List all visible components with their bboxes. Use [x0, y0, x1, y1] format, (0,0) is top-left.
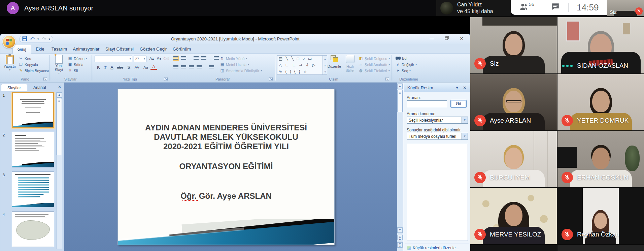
slide-canvas[interactable]: AYDIN ADNAN MENDERES ÜNİVERSİTESİ DAVUTL…: [117, 89, 335, 245]
task-pane-close-icon[interactable]: ✕: [463, 85, 467, 90]
tab-giris[interactable]: Giriş: [12, 45, 31, 54]
video-tile-burcu[interactable]: BURCU IYEM: [470, 131, 557, 187]
italic-button[interactable]: T: [102, 64, 108, 71]
shrink-font-icon[interactable]: A▾: [156, 56, 162, 62]
office-button[interactable]: [2, 35, 16, 49]
format-painter-button[interactable]: ✎ Biçim Boyacısı: [19, 68, 49, 73]
video-tile-merve[interactable]: MERVE YESILOZ: [470, 188, 557, 244]
delete-slide-button[interactable]: ✕ Sil: [68, 68, 78, 73]
copy-button[interactable]: ❐ Kopyala: [19, 62, 38, 67]
text-direction-button[interactable]: ⇅ Metin Yönü▾: [220, 56, 247, 61]
tab-gozden-gecir[interactable]: Gözden Geçir: [138, 45, 169, 54]
shapes-gallery[interactable]: ▤ ╲ ╲ □ ○ ▭ △ ∟ ∟ ⇨ ⇩ ▷ ∿ ( ) { } ☆: [277, 55, 323, 75]
title-bar[interactable]: ▾ ▾ Oryantasyon 2020-2021 [Uyumluluk Mod…: [0, 34, 470, 44]
participants-button[interactable]: 56: [519, 2, 535, 13]
participants-notification[interactable]: Can Yıldız ve 45 kişi daha: [436, 0, 511, 16]
numbering-icon[interactable]: [181, 56, 186, 60]
replace-button[interactable]: ⇄ Değiştir▾: [396, 62, 417, 67]
font-name-combo[interactable]: ▾: [95, 56, 132, 62]
task-pane-menu-icon[interactable]: ▼: [455, 86, 459, 90]
tab-anahat-panel[interactable]: Anahat: [28, 84, 52, 91]
shape-fill-button[interactable]: ◧ Şekil Dolgusu▾: [359, 56, 390, 61]
paste-button[interactable]: Yapıştır ▾: [2, 55, 17, 71]
grow-font-icon[interactable]: A▴: [148, 56, 155, 62]
video-tile-siz[interactable]: Siz: [470, 17, 557, 73]
clear-formatting-icon[interactable]: ⌫: [163, 56, 170, 62]
video-tile-yeter[interactable]: YETER DOMRUK: [557, 74, 644, 130]
tab-animasyonlar[interactable]: Animasyonlar: [71, 45, 101, 54]
results-type-select[interactable]: Tüm medya dosyası türleri ▾: [407, 133, 468, 140]
slide-thumbnail-3[interactable]: [12, 171, 54, 207]
tab-slaytlar-panel[interactable]: Slaytlar: [1, 84, 27, 91]
bold-button[interactable]: K: [95, 64, 102, 71]
video-tile-reyhan[interactable]: Reyhan Özkan: [557, 188, 644, 244]
text-shadow-button[interactable]: S: [126, 64, 132, 71]
strikethrough-button[interactable]: abe: [115, 64, 125, 71]
video-tile-sidan[interactable]: SIDAN OZASLAN: [557, 17, 644, 73]
cizim-dialog-launcher-icon[interactable]: ↘: [385, 77, 389, 81]
reset-button[interactable]: ▣ Sıfırla: [68, 62, 83, 67]
smartart-button[interactable]: ◫ SmartArt'a Dönüştür▾: [220, 68, 262, 73]
scroll-down-icon[interactable]: ▼: [397, 227, 403, 233]
shape-effects-button[interactable]: ◍ Şekil Efektleri▾: [359, 68, 390, 73]
mic-muted-icon: [474, 115, 486, 126]
chat-button[interactable]: [551, 2, 560, 12]
chevron-down-icon[interactable]: ▾: [462, 133, 468, 139]
panel-close-icon[interactable]: ✕: [58, 85, 61, 89]
video-tile-erhan[interactable]: ERHAN COSKUN: [557, 131, 644, 187]
scroll-up-icon[interactable]: ▲: [397, 84, 403, 89]
tab-slayt-gosterisi[interactable]: Slayt Gösterisi: [103, 45, 136, 54]
go-button[interactable]: Git: [450, 100, 467, 108]
new-slide-button[interactable]: Yeni Slayt ▾: [52, 55, 66, 75]
bullets-icon[interactable]: [173, 56, 178, 60]
slide-thumbnail-2[interactable]: [12, 132, 54, 167]
next-row-tile[interactable]: [470, 245, 557, 251]
align-text-button[interactable]: ▤ Metni Hızala▾: [220, 62, 249, 67]
self-view-tile[interactable]: Siz: [607, 0, 644, 16]
document-scrollbar[interactable]: ▲ ▼ ▲▲ ▼▼: [397, 83, 403, 251]
shape-outline-button[interactable]: ▱ Şekil Anahattı▾: [359, 62, 390, 67]
scroll-thumb[interactable]: [397, 90, 403, 112]
organize-clips-link[interactable]: Küçük resimleri düzenle...: [407, 246, 459, 250]
quick-styles-button[interactable]: Hızlı Stiller: [343, 55, 357, 72]
change-case-button[interactable]: Aa: [142, 64, 150, 71]
select-button[interactable]: ➤ Seç▾: [396, 68, 411, 73]
cut-button[interactable]: ✂ Kes: [19, 56, 31, 61]
yazi-tipi-dialog-launcher-icon[interactable]: ↘: [164, 77, 168, 81]
tab-gorunum[interactable]: Görünüm: [170, 45, 194, 54]
minimize-icon[interactable]: —: [428, 36, 436, 42]
slide-thumbnail-1[interactable]: [12, 92, 54, 128]
paragraf-dialog-launcher-icon[interactable]: ↘: [269, 77, 273, 81]
align-right-icon[interactable]: [189, 65, 194, 69]
video-tile-ayse[interactable]: Ayse ARSLAN: [470, 74, 557, 130]
character-spacing-button[interactable]: AV: [133, 64, 141, 71]
chevron-down-icon[interactable]: ▾: [462, 117, 468, 123]
underline-button[interactable]: A: [109, 64, 115, 71]
pano-dialog-launcher-icon[interactable]: ↘: [43, 77, 47, 81]
next-row-tile[interactable]: [557, 245, 644, 251]
layout-button[interactable]: ▤ Düzen▾: [68, 56, 87, 61]
tab-tasarim[interactable]: Tasarım: [49, 45, 70, 54]
next-slide-icon[interactable]: ▼▼: [397, 242, 403, 248]
justify-icon[interactable]: [197, 65, 202, 69]
arrange-button[interactable]: Düzenle: [326, 55, 342, 68]
scroll-thumb[interactable]: [57, 98, 62, 155]
increase-indent-icon[interactable]: [201, 56, 206, 60]
panel-scrollbar[interactable]: ▲: [56, 92, 62, 249]
scope-select[interactable]: Seçili koleksiyonlar ▾: [407, 117, 468, 124]
slide-thumbnail-4[interactable]: [12, 211, 54, 247]
line-spacing-icon[interactable]: [214, 56, 219, 60]
restore-icon[interactable]: [442, 36, 451, 42]
scroll-up-icon[interactable]: ▲: [57, 92, 62, 98]
previous-slide-icon[interactable]: ▲▲: [397, 235, 403, 240]
decrease-indent-icon[interactable]: [194, 56, 199, 60]
clipart-search-input[interactable]: [407, 100, 447, 107]
font-size-combo[interactable]: 27▾: [134, 56, 146, 62]
find-button[interactable]: Bul: [396, 56, 407, 60]
columns-icon[interactable]: [209, 65, 214, 69]
close-icon[interactable]: ✕: [457, 36, 466, 42]
font-color-button[interactable]: A: [150, 64, 157, 70]
align-left-icon[interactable]: [173, 65, 178, 69]
tab-ekle[interactable]: Ekle: [33, 45, 47, 54]
align-center-icon[interactable]: [181, 65, 186, 69]
